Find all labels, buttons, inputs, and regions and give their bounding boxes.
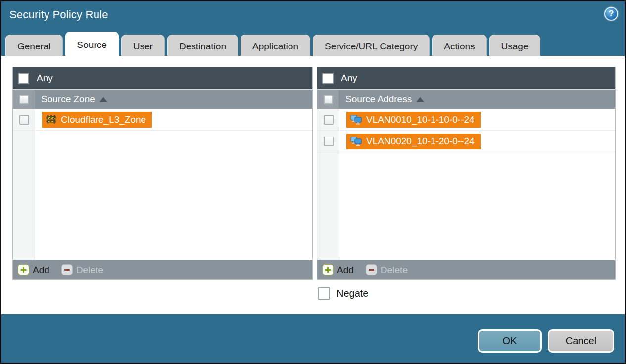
source-address-any-label: Any bbox=[341, 73, 357, 84]
tab-actions[interactable]: Actions bbox=[432, 35, 486, 57]
add-button-label: Add bbox=[337, 265, 354, 275]
source-zone-any-label: Any bbox=[37, 73, 53, 84]
add-icon bbox=[18, 264, 29, 275]
source-zone-any-header: Any bbox=[13, 67, 312, 89]
source-address-any-header: Any bbox=[317, 67, 615, 89]
negate-label: Negate bbox=[337, 288, 369, 299]
tab-usage[interactable]: Usage bbox=[489, 35, 540, 57]
delete-button-label: Delete bbox=[381, 265, 408, 275]
add-address-button[interactable]: Add bbox=[322, 264, 354, 275]
address-chip[interactable]: VLAN0010_10-1-10-0--24 bbox=[346, 112, 481, 128]
help-icon[interactable]: ? bbox=[604, 7, 618, 21]
row-checkbox-cell bbox=[317, 115, 339, 125]
source-zone-panel: Any Source Zone bbox=[12, 67, 313, 280]
source-address-column-sort[interactable]: Source Address bbox=[339, 90, 424, 109]
tab-user[interactable]: User bbox=[121, 35, 165, 57]
source-zone-column-header: Source Zone bbox=[13, 89, 312, 109]
delete-address-button[interactable]: Delete bbox=[366, 264, 408, 275]
source-address-list: VLAN0010_10-1-10-0--24 bbox=[317, 109, 615, 260]
add-zone-button[interactable]: Add bbox=[18, 264, 49, 275]
source-zone-column-label: Source Zone bbox=[41, 94, 95, 105]
delete-zone-button[interactable]: Delete bbox=[61, 264, 103, 275]
zone-chip[interactable]: Cloudflare_L3_Zone bbox=[42, 112, 152, 128]
source-address-panel: Any Source Address bbox=[317, 67, 616, 280]
source-address-footer: Add Delete bbox=[317, 260, 615, 279]
table-row[interactable]: VLAN0010_10-1-10-0--24 bbox=[317, 109, 615, 131]
checkbox-column-strip bbox=[13, 109, 35, 260]
sort-ascending-icon bbox=[416, 97, 424, 102]
delete-icon bbox=[61, 264, 73, 275]
row-checkbox-cell bbox=[317, 136, 339, 146]
negate-checkbox[interactable] bbox=[318, 287, 330, 300]
address-chip-label: VLAN0020_10-1-20-0--24 bbox=[366, 136, 475, 147]
tab-source[interactable]: Source bbox=[65, 32, 119, 57]
row-checkbox[interactable] bbox=[19, 115, 29, 125]
row-checkbox[interactable] bbox=[324, 136, 334, 146]
source-address-column-label: Source Address bbox=[345, 94, 412, 105]
row-checkbox-cell bbox=[13, 115, 35, 125]
source-zone-any-checkbox[interactable] bbox=[18, 73, 29, 84]
table-row[interactable]: VLAN0020_10-1-20-0--24 bbox=[317, 131, 615, 152]
source-address-any-checkbox[interactable] bbox=[322, 73, 334, 84]
add-button-label: Add bbox=[33, 265, 49, 275]
source-zone-column-sort[interactable]: Source Zone bbox=[35, 90, 107, 109]
source-zone-select-all-cell bbox=[13, 90, 35, 109]
dialog-title: Security Policy Rule bbox=[9, 8, 108, 21]
source-zone-select-all-checkbox[interactable] bbox=[19, 95, 29, 104]
table-row[interactable]: Cloudflare_L3_Zone bbox=[13, 109, 312, 131]
address-icon bbox=[350, 115, 362, 125]
sort-ascending-icon bbox=[99, 97, 107, 102]
source-address-select-all-cell bbox=[317, 90, 339, 109]
add-icon bbox=[322, 264, 334, 275]
source-zone-footer: Add Delete bbox=[13, 260, 312, 279]
delete-button-label: Delete bbox=[76, 265, 103, 275]
cancel-button[interactable]: Cancel bbox=[548, 329, 614, 353]
address-chip[interactable]: VLAN0020_10-1-20-0--24 bbox=[346, 134, 481, 149]
zone-icon bbox=[46, 115, 56, 124]
delete-icon bbox=[366, 264, 377, 275]
title-bar: Security Policy Rule ? bbox=[1, 1, 625, 31]
tab-application[interactable]: Application bbox=[241, 35, 310, 57]
source-tab-content: Any Source Zone bbox=[1, 56, 625, 314]
source-zone-list: Cloudflare_L3_Zone bbox=[13, 109, 312, 260]
negate-row: Negate bbox=[318, 287, 369, 300]
tab-general[interactable]: General bbox=[5, 35, 63, 57]
zone-chip-label: Cloudflare_L3_Zone bbox=[61, 114, 146, 125]
address-icon bbox=[350, 136, 362, 146]
tab-destination[interactable]: Destination bbox=[167, 35, 238, 57]
source-address-column-header: Source Address bbox=[317, 89, 615, 109]
tab-bar: General Source User Destination Applicat… bbox=[5, 32, 540, 57]
row-checkbox[interactable] bbox=[324, 115, 334, 125]
security-policy-rule-dialog: Security Policy Rule ? General Source Us… bbox=[0, 0, 626, 364]
ok-button[interactable]: OK bbox=[478, 329, 542, 353]
address-chip-label: VLAN0010_10-1-10-0--24 bbox=[366, 114, 475, 125]
source-address-select-all-checkbox[interactable] bbox=[324, 95, 333, 104]
tab-service-url-category[interactable]: Service/URL Category bbox=[313, 35, 430, 57]
